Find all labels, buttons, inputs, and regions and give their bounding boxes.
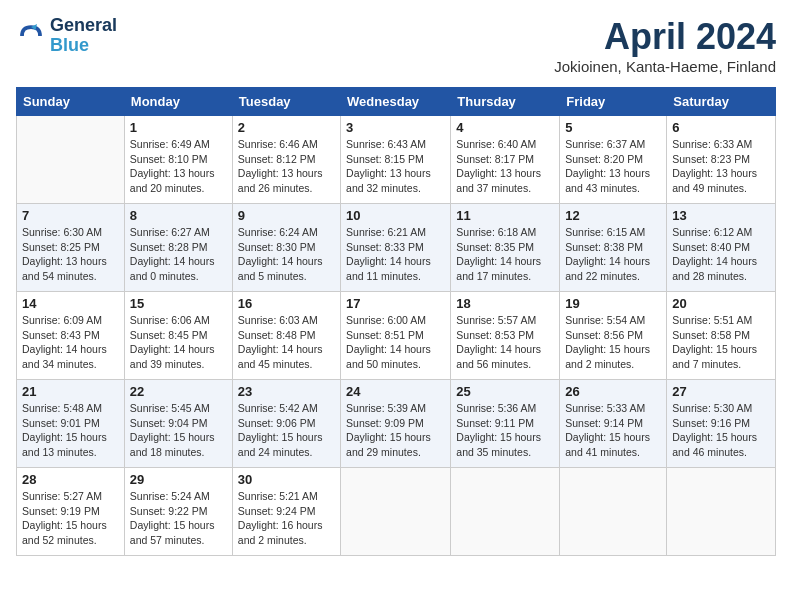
calendar-cell: 27Sunrise: 5:30 AM Sunset: 9:16 PM Dayli…: [667, 380, 776, 468]
logo-text: General Blue: [50, 16, 117, 56]
day-info: Sunrise: 6:09 AM Sunset: 8:43 PM Dayligh…: [22, 313, 119, 372]
day-info: Sunrise: 5:48 AM Sunset: 9:01 PM Dayligh…: [22, 401, 119, 460]
calendar-cell: 10Sunrise: 6:21 AM Sunset: 8:33 PM Dayli…: [341, 204, 451, 292]
day-number: 5: [565, 120, 661, 135]
calendar-cell: [17, 116, 125, 204]
day-info: Sunrise: 5:45 AM Sunset: 9:04 PM Dayligh…: [130, 401, 227, 460]
calendar-cell: [560, 468, 667, 556]
calendar-cell: 18Sunrise: 5:57 AM Sunset: 8:53 PM Dayli…: [451, 292, 560, 380]
calendar-cell: 28Sunrise: 5:27 AM Sunset: 9:19 PM Dayli…: [17, 468, 125, 556]
weekday-header-monday: Monday: [124, 88, 232, 116]
weekday-header-tuesday: Tuesday: [232, 88, 340, 116]
title-area: April 2024 Jokioinen, Kanta-Haeme, Finla…: [554, 16, 776, 75]
day-number: 4: [456, 120, 554, 135]
day-number: 7: [22, 208, 119, 223]
day-number: 20: [672, 296, 770, 311]
calendar-cell: 19Sunrise: 5:54 AM Sunset: 8:56 PM Dayli…: [560, 292, 667, 380]
calendar-cell: 5Sunrise: 6:37 AM Sunset: 8:20 PM Daylig…: [560, 116, 667, 204]
calendar-cell: 20Sunrise: 5:51 AM Sunset: 8:58 PM Dayli…: [667, 292, 776, 380]
day-info: Sunrise: 6:46 AM Sunset: 8:12 PM Dayligh…: [238, 137, 335, 196]
weekday-header-friday: Friday: [560, 88, 667, 116]
day-info: Sunrise: 5:42 AM Sunset: 9:06 PM Dayligh…: [238, 401, 335, 460]
calendar-cell: 4Sunrise: 6:40 AM Sunset: 8:17 PM Daylig…: [451, 116, 560, 204]
weekday-header-saturday: Saturday: [667, 88, 776, 116]
calendar-cell: 12Sunrise: 6:15 AM Sunset: 8:38 PM Dayli…: [560, 204, 667, 292]
weekday-header-wednesday: Wednesday: [341, 88, 451, 116]
day-number: 16: [238, 296, 335, 311]
calendar-cell: 1Sunrise: 6:49 AM Sunset: 8:10 PM Daylig…: [124, 116, 232, 204]
calendar-cell: 9Sunrise: 6:24 AM Sunset: 8:30 PM Daylig…: [232, 204, 340, 292]
day-number: 2: [238, 120, 335, 135]
day-info: Sunrise: 5:57 AM Sunset: 8:53 PM Dayligh…: [456, 313, 554, 372]
calendar-cell: [451, 468, 560, 556]
day-number: 25: [456, 384, 554, 399]
day-number: 27: [672, 384, 770, 399]
day-number: 28: [22, 472, 119, 487]
calendar-cell: 3Sunrise: 6:43 AM Sunset: 8:15 PM Daylig…: [341, 116, 451, 204]
day-info: Sunrise: 6:24 AM Sunset: 8:30 PM Dayligh…: [238, 225, 335, 284]
day-info: Sunrise: 6:12 AM Sunset: 8:40 PM Dayligh…: [672, 225, 770, 284]
day-info: Sunrise: 6:15 AM Sunset: 8:38 PM Dayligh…: [565, 225, 661, 284]
calendar-cell: 11Sunrise: 6:18 AM Sunset: 8:35 PM Dayli…: [451, 204, 560, 292]
day-info: Sunrise: 5:36 AM Sunset: 9:11 PM Dayligh…: [456, 401, 554, 460]
month-title: April 2024: [554, 16, 776, 58]
logo-line2: Blue: [50, 36, 117, 56]
day-number: 21: [22, 384, 119, 399]
day-info: Sunrise: 6:21 AM Sunset: 8:33 PM Dayligh…: [346, 225, 445, 284]
calendar-cell: [667, 468, 776, 556]
day-info: Sunrise: 5:30 AM Sunset: 9:16 PM Dayligh…: [672, 401, 770, 460]
day-info: Sunrise: 6:30 AM Sunset: 8:25 PM Dayligh…: [22, 225, 119, 284]
calendar-cell: 26Sunrise: 5:33 AM Sunset: 9:14 PM Dayli…: [560, 380, 667, 468]
day-number: 17: [346, 296, 445, 311]
day-info: Sunrise: 5:27 AM Sunset: 9:19 PM Dayligh…: [22, 489, 119, 548]
logo-icon: [16, 21, 46, 51]
calendar-week-row: 21Sunrise: 5:48 AM Sunset: 9:01 PM Dayli…: [17, 380, 776, 468]
day-info: Sunrise: 6:03 AM Sunset: 8:48 PM Dayligh…: [238, 313, 335, 372]
calendar-cell: 13Sunrise: 6:12 AM Sunset: 8:40 PM Dayli…: [667, 204, 776, 292]
weekday-header-thursday: Thursday: [451, 88, 560, 116]
logo: General Blue: [16, 16, 117, 56]
day-info: Sunrise: 5:24 AM Sunset: 9:22 PM Dayligh…: [130, 489, 227, 548]
day-info: Sunrise: 6:40 AM Sunset: 8:17 PM Dayligh…: [456, 137, 554, 196]
page-header: General Blue April 2024 Jokioinen, Kanta…: [16, 16, 776, 75]
day-info: Sunrise: 6:37 AM Sunset: 8:20 PM Dayligh…: [565, 137, 661, 196]
calendar-cell: 14Sunrise: 6:09 AM Sunset: 8:43 PM Dayli…: [17, 292, 125, 380]
day-number: 3: [346, 120, 445, 135]
day-info: Sunrise: 5:33 AM Sunset: 9:14 PM Dayligh…: [565, 401, 661, 460]
calendar-cell: 25Sunrise: 5:36 AM Sunset: 9:11 PM Dayli…: [451, 380, 560, 468]
day-number: 15: [130, 296, 227, 311]
day-number: 18: [456, 296, 554, 311]
day-info: Sunrise: 6:06 AM Sunset: 8:45 PM Dayligh…: [130, 313, 227, 372]
day-number: 8: [130, 208, 227, 223]
calendar-cell: 17Sunrise: 6:00 AM Sunset: 8:51 PM Dayli…: [341, 292, 451, 380]
day-info: Sunrise: 5:21 AM Sunset: 9:24 PM Dayligh…: [238, 489, 335, 548]
day-info: Sunrise: 6:49 AM Sunset: 8:10 PM Dayligh…: [130, 137, 227, 196]
calendar-cell: [341, 468, 451, 556]
day-info: Sunrise: 6:43 AM Sunset: 8:15 PM Dayligh…: [346, 137, 445, 196]
day-number: 22: [130, 384, 227, 399]
day-info: Sunrise: 5:54 AM Sunset: 8:56 PM Dayligh…: [565, 313, 661, 372]
location-title: Jokioinen, Kanta-Haeme, Finland: [554, 58, 776, 75]
calendar-cell: 15Sunrise: 6:06 AM Sunset: 8:45 PM Dayli…: [124, 292, 232, 380]
day-info: Sunrise: 5:39 AM Sunset: 9:09 PM Dayligh…: [346, 401, 445, 460]
weekday-header-sunday: Sunday: [17, 88, 125, 116]
calendar-cell: 6Sunrise: 6:33 AM Sunset: 8:23 PM Daylig…: [667, 116, 776, 204]
calendar-cell: 21Sunrise: 5:48 AM Sunset: 9:01 PM Dayli…: [17, 380, 125, 468]
day-number: 9: [238, 208, 335, 223]
day-number: 14: [22, 296, 119, 311]
day-number: 13: [672, 208, 770, 223]
day-number: 26: [565, 384, 661, 399]
day-info: Sunrise: 6:00 AM Sunset: 8:51 PM Dayligh…: [346, 313, 445, 372]
day-number: 30: [238, 472, 335, 487]
calendar-cell: 24Sunrise: 5:39 AM Sunset: 9:09 PM Dayli…: [341, 380, 451, 468]
calendar-week-row: 7Sunrise: 6:30 AM Sunset: 8:25 PM Daylig…: [17, 204, 776, 292]
calendar-cell: 2Sunrise: 6:46 AM Sunset: 8:12 PM Daylig…: [232, 116, 340, 204]
calendar-cell: 30Sunrise: 5:21 AM Sunset: 9:24 PM Dayli…: [232, 468, 340, 556]
calendar-week-row: 28Sunrise: 5:27 AM Sunset: 9:19 PM Dayli…: [17, 468, 776, 556]
logo-line1: General: [50, 16, 117, 36]
day-number: 24: [346, 384, 445, 399]
day-number: 19: [565, 296, 661, 311]
calendar-week-row: 1Sunrise: 6:49 AM Sunset: 8:10 PM Daylig…: [17, 116, 776, 204]
calendar-cell: 7Sunrise: 6:30 AM Sunset: 8:25 PM Daylig…: [17, 204, 125, 292]
calendar-cell: 29Sunrise: 5:24 AM Sunset: 9:22 PM Dayli…: [124, 468, 232, 556]
